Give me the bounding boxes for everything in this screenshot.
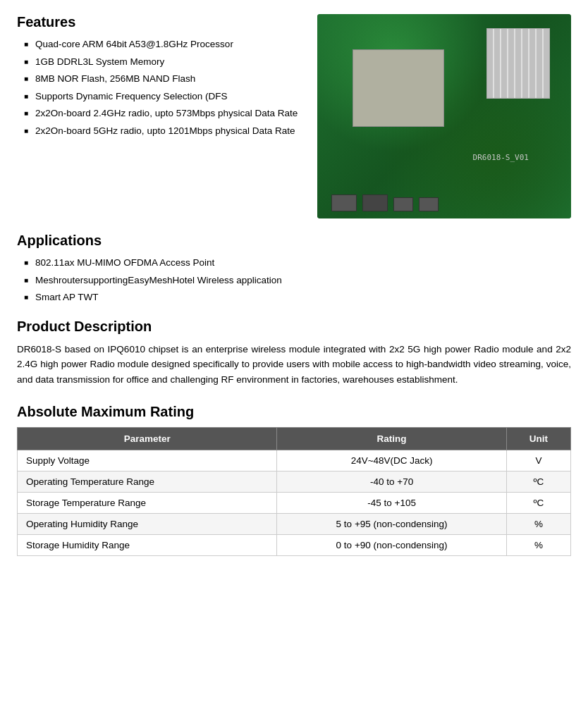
product-description-heading: Product Description (17, 319, 571, 335)
col-header-unit: Unit (506, 428, 570, 450)
table-cell: Supply Voltage (18, 450, 277, 471)
list-item: Smart AP TWT (24, 290, 571, 304)
table-cell: Operating Humidity Range (18, 514, 277, 535)
product-description-text: DR6018-S based on IPQ6010 chipset is an … (17, 342, 571, 388)
table-cell: Storage Temperature Range (18, 493, 277, 514)
list-item: MeshroutersupportingEasyMeshHotel Wirele… (24, 273, 571, 288)
list-item: 802.11ax MU-MIMO OFDMA Access Point (24, 256, 571, 270)
col-header-parameter: Parameter (18, 428, 277, 450)
ethernet-port-2 (362, 195, 388, 211)
table-cell: 24V~48V(DC Jack) (277, 450, 506, 471)
table-cell: -40 to +70 (277, 471, 506, 493)
table-cell: ºC (506, 471, 570, 493)
ethernet-port (331, 195, 357, 211)
list-item: 2x2On-board 2.4GHz radio, upto 573Mbps p… (24, 106, 303, 121)
table-header-row: Parameter Rating Unit (18, 428, 571, 450)
board-image-col: DR6018-S_V01 (317, 14, 571, 218)
applications-section: Applications 802.11ax MU-MIMO OFDMA Acce… (17, 233, 571, 304)
rating-table: Parameter Rating Unit Supply Voltage24V~… (17, 427, 571, 556)
rating-section: Absolute Maximum Rating Parameter Rating… (17, 404, 571, 556)
product-description-section: Product Description DR6018-S based on IP… (17, 319, 571, 388)
applications-list: 802.11ax MU-MIMO OFDMA Access Point Mesh… (17, 256, 571, 304)
table-cell: Operating Temperature Range (18, 471, 277, 493)
table-cell: % (506, 535, 570, 556)
table-cell: 0 to +90 (non-condensing) (277, 535, 506, 556)
list-item: 1GB DDRL3L System Memory (24, 55, 303, 69)
list-item: 8MB NOR Flash, 256MB NAND Flash (24, 72, 303, 86)
ports (331, 195, 439, 211)
table-cell: ºC (506, 493, 570, 514)
table-cell: Storage Humidity Range (18, 535, 277, 556)
board-label: DR6018-S_V01 (473, 153, 529, 162)
table-row: Storage Humidity Range0 to +90 (non-cond… (18, 535, 571, 556)
rating-heading: Absolute Maximum Rating (17, 404, 571, 420)
list-item: Supports Dynamic Frequency Selection (DF… (24, 90, 303, 104)
table-cell: V (506, 450, 570, 471)
table-cell: % (506, 514, 570, 535)
table-row: Operating Humidity Range5 to +95 (non-co… (18, 514, 571, 535)
list-item: 2x2On-board 5GHz radio, upto 1201Mbps ph… (24, 124, 303, 138)
heatsink (486, 28, 550, 99)
list-item: Quad-core ARM 64bit A53@1.8GHz Processor (24, 37, 303, 51)
top-section: Features Quad-core ARM 64bit A53@1.8GHz … (17, 14, 571, 218)
table-row: Storage Temperature Range-45 to +105ºC (18, 493, 571, 514)
board-image: DR6018-S_V01 (317, 14, 571, 218)
features-column: Features Quad-core ARM 64bit A53@1.8GHz … (17, 14, 303, 218)
col-header-rating: Rating (277, 428, 506, 450)
table-cell: 5 to +95 (non-condensing) (277, 514, 506, 535)
usb-port-2 (419, 197, 439, 211)
features-list: Quad-core ARM 64bit A53@1.8GHz Processor… (17, 37, 303, 137)
usb-port (393, 197, 413, 211)
features-heading: Features (17, 14, 303, 30)
applications-heading: Applications (17, 233, 571, 249)
table-cell: -45 to +105 (277, 493, 506, 514)
table-row: Supply Voltage24V~48V(DC Jack)V (18, 450, 571, 471)
table-row: Operating Temperature Range-40 to +70ºC (18, 471, 571, 493)
module (353, 49, 444, 127)
